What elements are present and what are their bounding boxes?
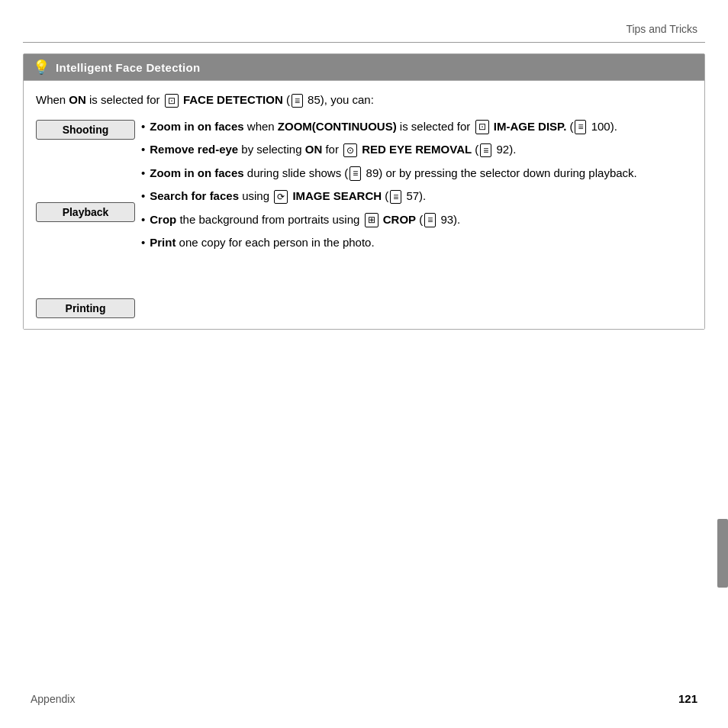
page-ref-icon-89: ≡ (350, 166, 361, 181)
info-card: 💡 Intelligent Face Detection When ON is … (23, 53, 705, 330)
on-bold: ON (69, 93, 86, 106)
shooting-label: Shooting (36, 120, 135, 140)
bullet-text-5: Crop the background from portraits using… (150, 211, 692, 229)
page-ref-icon-57: ≡ (390, 190, 401, 205)
bullet-text-2: Remove red-eye by selecting ON for ⊙ RED… (150, 141, 692, 159)
bullet-zoom-faces: • Zoom in on faces when ZOOM(CONTINUOUS)… (141, 118, 692, 136)
bullet-search-faces: • Search for faces using ⟳ IMAGE SEARCH … (141, 188, 692, 205)
footer-page-number: 121 (678, 692, 697, 705)
bullet-crop: • Crop the background from portraits usi… (141, 211, 692, 229)
card-header: 💡 Intelligent Face Detection (24, 54, 704, 81)
intro-line: When ON is selected for ⊡ FACE DETECTION… (36, 92, 692, 109)
bullet-dot-4: • (141, 188, 145, 205)
content-area: Shooting Playback Printing • Zoom in on … (36, 118, 692, 318)
page-ref-icon-92: ≡ (480, 143, 491, 158)
bullet-zoom-playback: • Zoom in on faces during slide shows (≡… (141, 165, 692, 182)
bullet-text-3: Zoom in on faces during slide shows (≡ 8… (150, 165, 692, 182)
bullet-dot-6: • (141, 234, 145, 252)
labels-column: Shooting Playback Printing (36, 118, 135, 318)
bullet-print: • Print one copy for each person in the … (141, 234, 692, 252)
bullet-dot-1: • (141, 118, 145, 136)
bullet-text-4: Search for faces using ⟳ IMAGE SEARCH (≡… (150, 188, 692, 205)
bullets-column: • Zoom in on faces when ZOOM(CONTINUOUS)… (135, 118, 692, 258)
footer-appendix: Appendix (31, 693, 75, 705)
face-detection-label: FACE DETECTION (183, 93, 283, 106)
bullet-dot-2: • (141, 141, 145, 159)
playback-label: Playback (36, 202, 135, 222)
bullet-dot-5: • (141, 211, 145, 229)
card-header-title: Intelligent Face Detection (56, 61, 201, 74)
scrollbar[interactable] (717, 519, 728, 588)
label-spacer-2 (36, 222, 135, 298)
lightbulb-icon: 💡 (33, 59, 50, 76)
bullet-red-eye: • Remove red-eye by selecting ON for ⊙ R… (141, 141, 692, 159)
red-eye-icon: ⊙ (343, 143, 357, 158)
face-detection-icon: ⊡ (165, 94, 179, 108)
label-spacer-1 (36, 140, 135, 202)
bullet-text-1: Zoom in on faces when ZOOM(CONTINUOUS) i… (150, 118, 692, 136)
crop-icon: ⊞ (365, 213, 378, 227)
bullet-text-6: Print one copy for each person in the ph… (150, 234, 692, 252)
header-divider (23, 42, 705, 43)
page-ref-icon-93: ≡ (424, 213, 436, 227)
printing-label: Printing (36, 298, 135, 318)
page-ref-icon-100: ≡ (575, 120, 586, 134)
image-search-icon: ⟳ (274, 190, 288, 205)
card-body: When ON is selected for ⊡ FACE DETECTION… (24, 81, 704, 329)
image-disp-icon: ⊡ (475, 120, 489, 134)
bullet-dot-3: • (141, 165, 145, 182)
page-ref-icon-85: ≡ (292, 94, 303, 108)
page-header: Tips and Tricks (626, 23, 697, 35)
